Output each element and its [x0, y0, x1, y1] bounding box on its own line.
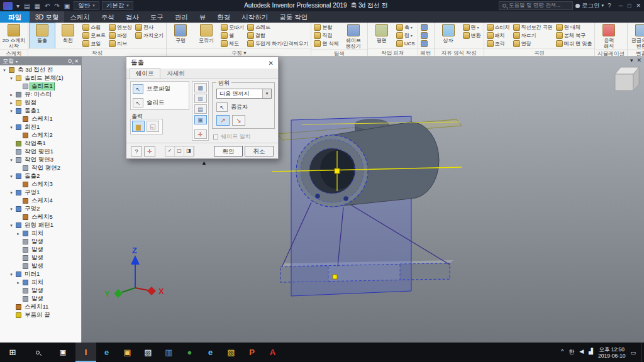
ok-button[interactable]: 확인: [214, 146, 243, 156]
show-desktop-button[interactable]: [641, 343, 644, 362]
dialog-titlebar[interactable]: 돌출 ✕: [126, 57, 278, 69]
tree-expander-icon[interactable]: ▸: [9, 92, 14, 97]
intersect-button[interactable]: ▤: [194, 104, 207, 114]
tree-item[interactable]: 발생: [0, 254, 81, 262]
preview-check-button[interactable]: ✓: [165, 146, 175, 156]
ie-app[interactable]: e: [200, 343, 221, 362]
cancel-button[interactable]: 취소: [245, 146, 274, 156]
extend-button[interactable]: 연장: [512, 40, 554, 48]
tree-expander-icon[interactable]: ▸: [16, 231, 21, 236]
start-button[interactable]: ⊞: [0, 343, 25, 362]
viewport-close-icon[interactable]: ✕: [636, 57, 641, 63]
start-2d-sketch-button[interactable]: 2D 스케치 시작: [1, 23, 26, 49]
cut-button[interactable]: ▥: [194, 94, 207, 103]
tree-expander-icon[interactable]: ▾: [9, 76, 14, 81]
tree-item[interactable]: 작업 평면2: [0, 164, 81, 172]
sweep-button[interactable]: 스윕: [81, 23, 107, 31]
fillet-button[interactable]: 모깎기: [194, 23, 219, 48]
save-icon[interactable]: ▦: [33, 3, 41, 9]
output-solid-button[interactable]: ▆: [132, 121, 145, 132]
solids-selector[interactable]: ↖ 솔리드: [131, 96, 189, 109]
tree-item[interactable]: 발생: [0, 295, 81, 303]
tree-expander-icon[interactable]: ▾: [9, 158, 14, 163]
tree-expander-icon[interactable]: ▾: [9, 207, 14, 212]
tree-expander-icon[interactable]: ▸: [16, 280, 21, 285]
ribbon-tab-6[interactable]: 관리: [169, 11, 194, 23]
chevron-down-icon[interactable]: ▾: [16, 59, 18, 63]
ribbon-tab-9[interactable]: 시작하기: [236, 11, 274, 23]
tree-item[interactable]: ▸원점: [0, 99, 81, 107]
revolve-button[interactable]: 회전: [55, 23, 80, 48]
new-solid-button[interactable]: ▣: [194, 115, 207, 124]
coil-button[interactable]: 코일: [81, 40, 107, 48]
tree-item[interactable]: 작업축1: [0, 140, 81, 148]
ribbon-tab-0[interactable]: 파일: [0, 11, 30, 23]
circular-pattern-button[interactable]: [419, 31, 429, 40]
patch-button[interactable]: 패치: [486, 31, 511, 40]
center-point-marker[interactable]: [335, 168, 340, 173]
help-icon[interactable]: ?: [606, 3, 613, 9]
fit-mesh-face-button[interactable]: 메쉬 면 맞춤: [555, 40, 593, 48]
tree-item[interactable]: 스케치11: [0, 303, 81, 311]
flange-hole[interactable]: [316, 194, 320, 199]
delete-face-button[interactable]: 면 삭제: [313, 40, 340, 48]
derive-button[interactable]: 파생: [108, 31, 133, 40]
ribbon-tab-1[interactable]: 3D 모형: [30, 11, 64, 23]
freeform-convert-button[interactable]: 변환: [462, 31, 482, 40]
viewcube[interactable]: [615, 67, 639, 90]
edge-app[interactable]: e: [96, 343, 117, 362]
material-dropdown[interactable]: 일반▾: [74, 1, 99, 10]
combine-button[interactable]: 결합: [246, 31, 309, 40]
tab-more[interactable]: 자세히: [162, 69, 191, 79]
thread-button[interactable]: 스레드: [246, 23, 309, 31]
dialog-help-button[interactable]: ?: [131, 146, 142, 156]
sculpt-button[interactable]: 조각: [486, 40, 511, 48]
action-center-icon[interactable]: ▭: [630, 349, 636, 356]
ribbon-tab-8[interactable]: 환경: [211, 11, 236, 23]
trim-button[interactable]: 자르기: [512, 31, 554, 40]
match-shape-checkbox[interactable]: 쉐이프 일치: [213, 133, 251, 141]
tree-item[interactable]: 스케치1: [0, 115, 81, 123]
tab-shape[interactable]: 쉐이프: [130, 68, 160, 79]
tree-item[interactable]: ▾축 3d 접선 전: [0, 66, 81, 74]
ribbon-tab-10[interactable]: 공동 작업: [274, 11, 313, 23]
powerpoint-app[interactable]: P: [242, 343, 262, 362]
ribbon-tab-5[interactable]: 도구: [145, 11, 169, 23]
browser-close-icon[interactable]: ✕: [74, 58, 79, 64]
tree-item[interactable]: ▾회전1: [0, 123, 81, 131]
loft-button[interactable]: 로프트: [81, 31, 107, 40]
stitch-button[interactable]: 스티치: [486, 23, 511, 31]
store-app[interactable]: ▨: [138, 343, 158, 362]
app-menu-icon[interactable]: ▾: [15, 3, 21, 9]
repair-body-button[interactable]: 본체 복구: [555, 31, 593, 40]
new-file-icon[interactable]: ▤: [23, 3, 31, 9]
close-button[interactable]: ✕: [636, 3, 641, 9]
login-button[interactable]: 로그인 ▾: [575, 2, 604, 10]
tree-item[interactable]: ▾돌출1: [0, 107, 81, 115]
tree-item[interactable]: ▾솔리드 본체(1): [0, 74, 81, 82]
tree-expander-icon[interactable]: ▾: [9, 109, 14, 114]
tree-expander-icon[interactable]: ▾: [9, 223, 14, 228]
inventor-logo-icon[interactable]: [3, 2, 13, 10]
dialog-expand-handle[interactable]: ▲: [201, 160, 207, 166]
tray-expand-icon[interactable]: ^: [561, 348, 564, 356]
output-surface-button[interactable]: ◱: [147, 121, 159, 132]
freeform-face-button[interactable]: 면▾: [462, 23, 482, 31]
tree-item[interactable]: ▸뷰: 마스터: [0, 90, 81, 99]
tree-item[interactable]: ▾구멍2: [0, 205, 81, 213]
split-button[interactable]: 분할: [313, 23, 340, 31]
chamfer-button[interactable]: 모따기: [219, 23, 245, 31]
mirror-button[interactable]: [419, 40, 429, 48]
dialog-close-button[interactable]: ✕: [269, 60, 274, 67]
app-yellow[interactable]: ▧: [221, 343, 242, 362]
taskbar-clock[interactable]: 오후 12:50 2019-06-10: [598, 346, 625, 359]
ime-korean-icon[interactable]: 한: [569, 348, 574, 356]
work-axis-button[interactable]: 축▾: [395, 23, 416, 31]
volume-icon[interactable]: ◀: [579, 348, 584, 356]
taskbar-search-button[interactable]: [25, 343, 50, 362]
network-icon[interactable]: ▟: [589, 348, 593, 356]
join-button[interactable]: ▩: [194, 83, 207, 92]
direction-2-button[interactable]: ↘: [232, 115, 245, 126]
tree-expander-icon[interactable]: ▸: [9, 101, 14, 106]
profile-selector[interactable]: ↖ 프로파일: [131, 82, 189, 96]
